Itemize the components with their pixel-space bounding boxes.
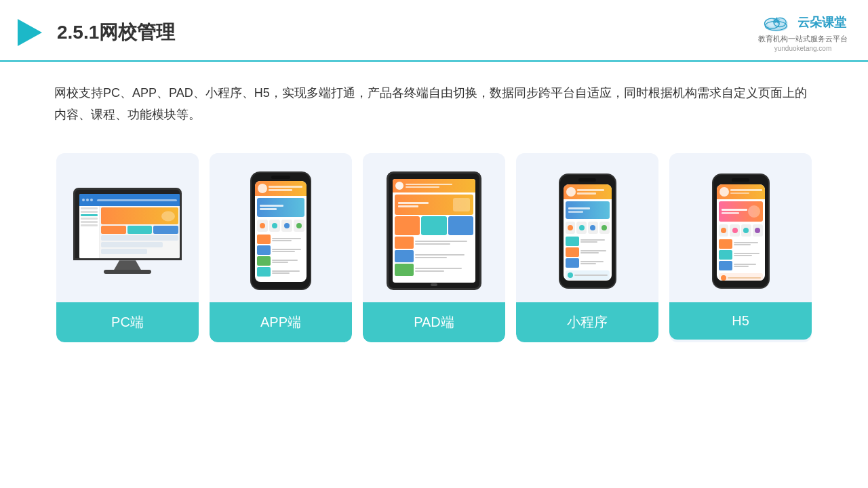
logo-area: 云朵课堂 教育机构一站式服务云平台 yunduoketang.com [758,12,848,52]
phone-mockup-mini [559,174,616,289]
card-app: APP端 [210,153,352,342]
phone-mockup-app [250,171,311,290]
header-left: 2.5.1网校管理 [14,16,175,49]
monitor-mockup [73,188,182,274]
cloud-logo-icon [760,12,793,33]
page-title: 2.5.1网校管理 [57,20,175,45]
card-pc: PC端 [56,153,199,342]
card-mini-image [516,153,658,302]
card-h5: H5 [669,153,812,342]
card-h5-label: H5 [669,302,812,340]
logo-tagline: 教育机构一站式服务云平台 [758,34,848,44]
svg-marker-0 [18,19,42,46]
card-pc-label: PC端 [56,302,199,342]
cards-container: PC端 [0,140,868,363]
card-pc-image [56,153,199,302]
logo-cloud: 云朵课堂 [760,12,846,33]
card-mini-label: 小程序 [516,302,658,342]
phone-mockup-h5 [712,174,770,289]
tablet-mockup [387,171,481,290]
play-icon [14,16,46,49]
header: 2.5.1网校管理 云朵课堂 教育机构一站式服务云平台 yunduoketang… [0,0,868,62]
card-h5-image [669,153,812,302]
card-app-image [210,153,352,302]
description-text: 网校支持PC、APP、PAD、小程序、H5，实现多端打通，产品各终端自由切换，数… [0,62,868,140]
card-app-label: APP端 [210,302,352,342]
logo-url: yunduoketang.com [774,45,832,52]
card-pad: PAD端 [363,153,505,342]
card-pad-image [363,153,505,302]
card-mini: 小程序 [516,153,658,342]
logo-text: 云朵课堂 [797,14,846,30]
card-pad-label: PAD端 [363,302,505,342]
